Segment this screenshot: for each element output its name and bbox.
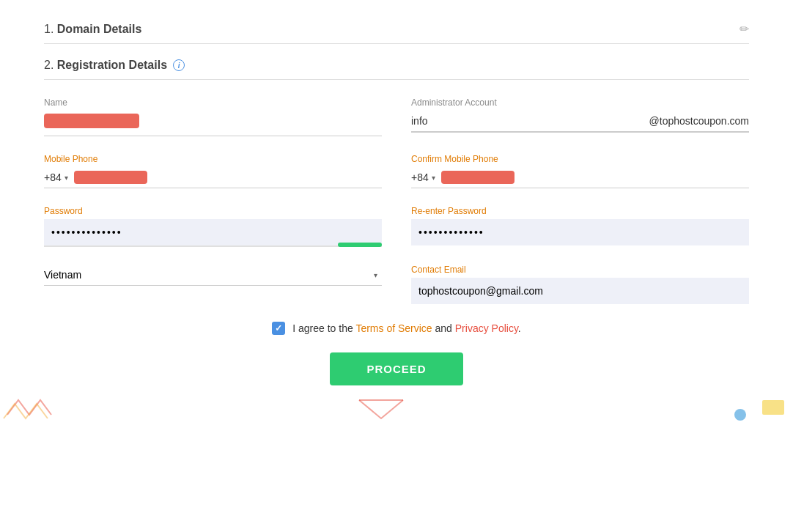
confirm-phone-label: Confirm Mobile Phone	[411, 154, 749, 164]
name-label: Name	[44, 97, 382, 108]
country-select-wrapper: Vietnam ▾	[44, 265, 382, 286]
agree-checkbox[interactable]	[272, 322, 285, 335]
password-group: Password	[44, 206, 382, 247]
domain-details-section: 1. Domain Details ✏	[44, 22, 749, 44]
country-group: Vietnam ▾	[44, 265, 382, 304]
svg-point-2	[734, 409, 746, 421]
contact-email-input[interactable]	[411, 278, 749, 304]
phone-number-redacted	[74, 171, 147, 184]
info-icon[interactable]: i	[173, 59, 185, 71]
agree-text: I agree to the Terms of Service and Priv…	[292, 322, 521, 334]
admin-suffix: @tophostcoupon.com	[431, 111, 749, 132]
name-group: Name	[44, 97, 382, 136]
edit-icon[interactable]: ✏	[739, 22, 749, 36]
password-label: Password	[44, 206, 382, 216]
admin-prefix: info	[411, 111, 431, 132]
password-strength-bar	[338, 243, 382, 247]
name-redacted	[44, 114, 139, 128]
phone-country-code: +84	[44, 171, 62, 183]
confirm-phone-group: Confirm Mobile Phone +84 ▾	[411, 154, 749, 188]
password-input[interactable]	[44, 219, 382, 247]
tos-link[interactable]: Terms of Service	[355, 322, 432, 334]
registration-details-header: 2. Registration Details i	[44, 59, 749, 80]
reenter-password-group: Re-enter Password	[411, 206, 749, 247]
confirm-country-code: +84	[411, 171, 429, 183]
privacy-policy-link[interactable]: Privacy Policy	[455, 322, 518, 334]
agreement-row: I agree to the Terms of Service and Priv…	[44, 322, 749, 335]
confirm-chevron-down-icon: ▾	[432, 174, 435, 182]
reenter-label: Re-enter Password	[411, 206, 749, 216]
mobile-phone-label: Mobile Phone	[44, 154, 382, 164]
admin-account-group: Administrator Account info @tophostcoupo…	[411, 97, 749, 136]
confirm-phone-row: +84 ▾	[411, 167, 749, 188]
confirm-phone-country-selector[interactable]: +84 ▾	[411, 167, 441, 188]
confirm-phone-redacted	[441, 171, 514, 184]
svg-rect-1	[762, 400, 784, 415]
contact-email-group: Contact Email	[411, 265, 749, 304]
country-select[interactable]: Vietnam	[44, 265, 382, 285]
chevron-down-icon: ▾	[64, 174, 68, 182]
reenter-password-input[interactable]	[411, 219, 749, 245]
phone-row: +84 ▾	[44, 167, 382, 188]
proceed-button[interactable]: PROCEED	[330, 352, 462, 385]
registration-details-section: 2. Registration Details i Name Administr…	[44, 59, 749, 385]
contact-email-label: Contact Email	[411, 265, 749, 275]
phone-country-selector[interactable]: +84 ▾	[44, 167, 74, 188]
admin-label: Administrator Account	[411, 97, 749, 108]
mobile-phone-group: Mobile Phone +84 ▾	[44, 154, 382, 188]
domain-details-title: 1. Domain Details	[44, 23, 141, 36]
registration-details-title: 2. Registration Details	[44, 59, 167, 72]
